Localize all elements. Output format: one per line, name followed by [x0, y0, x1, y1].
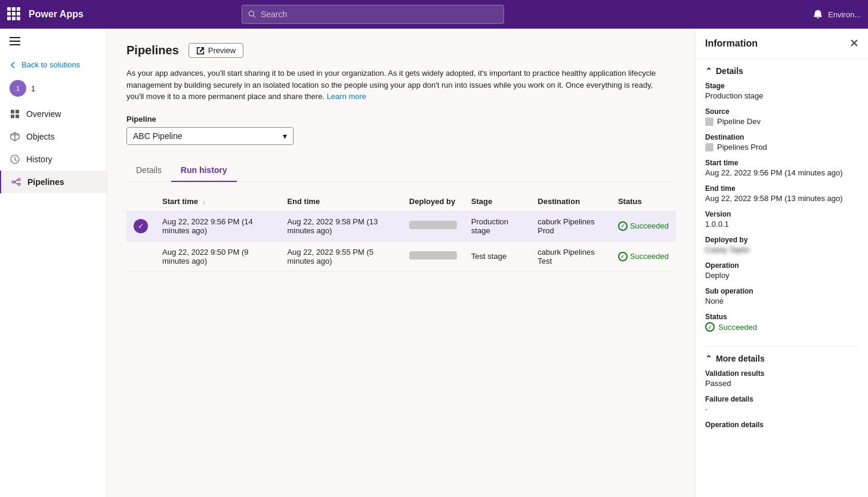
dest-dot-icon: [705, 143, 713, 152]
back-label: Back to solutions: [21, 60, 80, 69]
svg-line-16: [14, 180, 18, 182]
row-status: ✓ Succeeded: [611, 241, 676, 271]
row-stage: Test stage: [464, 241, 530, 271]
clock-icon: [10, 154, 20, 165]
info-field-sub-operation: Sub operation None: [705, 287, 858, 305]
row-destination: caburk Pipelines Test: [530, 241, 611, 271]
chevron-up-icon: ⌃: [705, 66, 712, 76]
tab-run-history[interactable]: Run history: [171, 159, 237, 182]
info-field-operation: Operation Deploy: [705, 261, 858, 280]
col-deployed-by: Deployed by: [402, 192, 464, 211]
info-field-operation-details: Operation details: [705, 421, 858, 429]
row-select-cell: [126, 241, 155, 271]
success-status-icon: ✓: [705, 322, 715, 332]
row-start-time: Aug 22, 2022 9:50 PM (9 minutes ago): [155, 241, 280, 271]
pipeline-value: ABC Pipeline: [133, 131, 183, 141]
env-label: Environ...: [828, 10, 861, 19]
sidebar: Back to solutions 1 1 Overview Objects H…: [0, 29, 107, 497]
info-status-value: ✓ Succeeded: [705, 322, 858, 332]
row-deployed-by: [402, 211, 464, 241]
row-end-time: Aug 22, 2022 9:55 PM (5 minutes ago): [280, 241, 401, 271]
hamburger-icon[interactable]: [0, 29, 107, 55]
tab-details[interactable]: Details: [126, 159, 171, 182]
svg-line-17: [14, 182, 18, 184]
success-circle-icon: ✓: [618, 252, 628, 261]
status-success: ✓ Succeeded: [618, 252, 669, 261]
table-row[interactable]: Aug 22, 2022 9:50 PM (9 minutes ago) Aug…: [126, 241, 676, 271]
topbar-right: Environ...: [813, 9, 861, 20]
more-details-title[interactable]: ⌃ More details: [705, 354, 858, 363]
preview-button[interactable]: Preview: [189, 43, 243, 58]
chevron-down-icon: ▾: [283, 131, 287, 141]
back-to-solutions[interactable]: Back to solutions: [0, 55, 107, 74]
details-section-title[interactable]: ⌃ Details: [705, 66, 858, 76]
col-destination: Destination: [530, 192, 611, 211]
svg-rect-5: [11, 110, 14, 113]
user-badge: 1: [31, 84, 35, 93]
pipeline-icon: [11, 177, 21, 187]
svg-rect-3: [10, 41, 20, 42]
info-title: Information: [705, 38, 758, 49]
cube-icon: [10, 131, 20, 142]
learn-more-link[interactable]: Learn more: [327, 92, 366, 101]
details-section: ⌃ Details Stage Production stage Source …: [696, 59, 868, 346]
row-stage: Production stage: [464, 211, 530, 241]
sidebar-history-label: History: [26, 155, 52, 164]
info-field-stage: Stage Production stage: [705, 82, 858, 100]
table-row[interactable]: ✓ Aug 22, 2022 9:56 PM (14 minutes ago) …: [126, 211, 676, 241]
main-content: Pipelines Preview As your app advances, …: [107, 29, 695, 497]
topbar: Power Apps Environ...: [0, 0, 868, 29]
sidebar-objects-label: Objects: [26, 132, 54, 141]
info-field-end-time: End time Aug 22, 2022 9:58 PM (13 minute…: [705, 184, 858, 203]
sidebar-pipelines-label: Pipelines: [27, 177, 64, 187]
row-end-time: Aug 22, 2022 9:58 PM (13 minutes ago): [280, 211, 401, 241]
info-field-failure: Failure details -: [705, 395, 858, 413]
info-field-start-time: Start time Aug 22, 2022 9:56 PM (14 minu…: [705, 159, 858, 177]
row-deployed-by: [402, 241, 464, 271]
notification-icon[interactable]: [813, 9, 823, 20]
info-field-validation: Validation results Passed: [705, 369, 858, 388]
row-select-cell: ✓: [126, 211, 155, 241]
search-bar[interactable]: [242, 5, 504, 24]
col-start-time[interactable]: Start time ↓: [155, 192, 280, 211]
info-field-destination: Destination Pipelines Prod: [705, 133, 858, 152]
svg-rect-4: [10, 44, 20, 45]
svg-rect-6: [16, 110, 19, 113]
sort-arrow-icon: ↓: [203, 199, 206, 205]
description-text: As your app advances, you'll start shari…: [126, 67, 663, 103]
source-value: Pipeline Dev: [705, 117, 858, 126]
svg-point-14: [18, 178, 20, 181]
preview-label: Preview: [208, 46, 236, 55]
col-select: [126, 192, 155, 211]
svg-point-13: [12, 181, 14, 183]
sidebar-item-overview[interactable]: Overview: [0, 103, 107, 125]
avatar: 1: [10, 80, 26, 97]
row-start-time: Aug 22, 2022 9:56 PM (14 minutes ago): [155, 211, 280, 241]
more-details-section: ⌃ More details Validation results Passed…: [696, 347, 868, 443]
sidebar-item-objects[interactable]: Objects: [0, 125, 107, 148]
grid-icon: [10, 109, 20, 119]
search-input[interactable]: [261, 10, 498, 19]
sidebar-item-pipelines[interactable]: Pipelines: [0, 171, 107, 193]
info-header: Information ✕: [696, 29, 868, 59]
preview-icon: [196, 47, 205, 55]
back-arrow-icon: [10, 61, 18, 69]
selected-check-icon: ✓: [134, 219, 148, 233]
search-icon: [248, 10, 256, 18]
svg-rect-8: [16, 115, 19, 118]
row-destination: caburk Pipelines Prod: [530, 211, 611, 241]
blurred-user: [409, 251, 457, 260]
page-header: Pipelines Preview: [126, 43, 676, 58]
info-field-source: Source Pipeline Dev: [705, 107, 858, 126]
user-initials: 1: [16, 85, 20, 92]
close-icon[interactable]: ✕: [850, 37, 858, 50]
svg-rect-7: [11, 115, 14, 118]
page-title: Pipelines: [126, 44, 179, 57]
row-status: ✓ Succeeded: [611, 211, 676, 241]
sidebar-item-history[interactable]: History: [0, 148, 107, 171]
grid-icon[interactable]: [7, 7, 21, 21]
col-status: Status: [611, 192, 676, 211]
svg-point-15: [18, 183, 20, 186]
pipeline-dropdown[interactable]: ABC Pipeline ▾: [126, 127, 294, 145]
sidebar-user: 1 1: [0, 74, 107, 103]
